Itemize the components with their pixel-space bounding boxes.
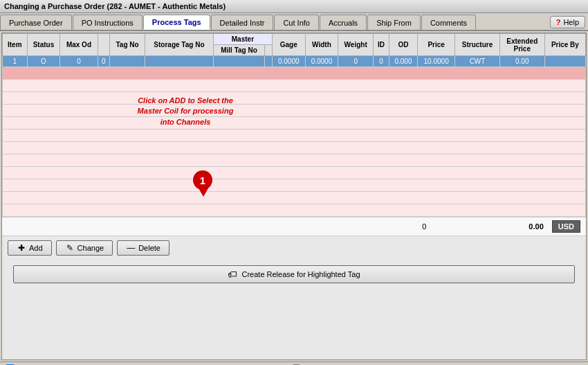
- tab-accruals[interactable]: Accruals: [320, 15, 367, 30]
- tab-detailed-instr[interactable]: Detailed Instr: [211, 15, 274, 30]
- help-button[interactable]: ? Help: [550, 16, 585, 28]
- tab-ship-from[interactable]: Ship From: [367, 15, 421, 30]
- delete-icon: —: [126, 243, 136, 253]
- col-blank2: [265, 45, 273, 56]
- col-id: ID: [374, 34, 389, 56]
- cell-item: 1: [3, 56, 28, 67]
- tab-comments[interactable]: Comments: [421, 15, 476, 30]
- col-status: Status: [27, 34, 60, 56]
- help-icon: ?: [556, 18, 561, 26]
- table-row: [3, 167, 586, 179]
- cell-structure: CWT: [455, 56, 499, 67]
- col-gage: Gage: [272, 34, 305, 56]
- table-row: [3, 154, 586, 167]
- tab-process-tags[interactable]: Process Tags: [143, 15, 210, 30]
- cell-ext-price: 0.00: [499, 56, 544, 67]
- col-weight: Weight: [338, 34, 374, 56]
- cell-tag-no: [110, 56, 145, 67]
- cell-width: 0.0000: [305, 56, 338, 67]
- table-row: [3, 130, 586, 142]
- col-price: Price: [417, 34, 454, 56]
- master-header: Master: [213, 34, 272, 45]
- cell-max-od: 0: [60, 56, 98, 67]
- table-row: [3, 105, 586, 117]
- cell-storage-tag-no: [145, 56, 213, 67]
- cell-id: 0: [374, 56, 389, 67]
- cell-price-by: [544, 56, 585, 67]
- cell-gage: 0.0000: [272, 56, 305, 67]
- cell-col4: 0: [98, 56, 110, 67]
- table-row[interactable]: 1 O 0 0 0.0000 0.0000 0 0 0.000 10.0000 …: [3, 56, 586, 67]
- table-row: [3, 117, 586, 130]
- tab-po-instructions[interactable]: PO Instructions: [73, 15, 143, 30]
- table-row: [3, 192, 586, 204]
- tab-bar: Purchase Order PO Instructions Process T…: [0, 13, 588, 31]
- pointer-arrow: [198, 187, 209, 197]
- col-structure: Structure: [455, 34, 499, 56]
- table-row: [3, 179, 586, 192]
- col-tag-no: Tag No: [110, 34, 145, 56]
- change-button[interactable]: ✎ Change: [56, 240, 113, 256]
- currency-button[interactable]: USD: [552, 220, 580, 233]
- col-item: Item: [3, 34, 28, 56]
- col-max-od: Max Od: [60, 34, 98, 56]
- table-footer: 0 0.00 USD: [2, 217, 586, 235]
- change-icon: ✎: [65, 243, 75, 253]
- tab-cut-info[interactable]: Cut Info: [274, 15, 319, 30]
- tags-table: Item Status Max Od Tag No Storage Tag No…: [2, 33, 586, 217]
- callout-annotation: Click on ADD to Select the Master Coil f…: [137, 96, 234, 127]
- table-section: Item Status Max Od Tag No Storage Tag No…: [2, 33, 586, 217]
- add-icon: ✚: [17, 243, 26, 253]
- footer-count: 0: [422, 222, 426, 231]
- col-storage-tag-no: Storage Tag No: [145, 34, 213, 56]
- create-release-button[interactable]: 🏷 Create Release for Highlighted Tag: [13, 265, 575, 283]
- cell-status: O: [27, 56, 60, 67]
- col-ext-price: ExtendedPrice: [499, 34, 544, 56]
- cell-od: 0.000: [389, 56, 417, 67]
- col-blank1: [98, 34, 110, 56]
- create-release-section: 🏷 Create Release for Highlighted Tag: [2, 260, 586, 289]
- action-buttons-bar: ✚ Add ✎ Change — Delete: [2, 235, 586, 260]
- status-bar: Default Report Show Chemistries: [0, 362, 588, 365]
- table-row: [3, 80, 586, 92]
- empty-space: [2, 289, 586, 359]
- callout-text: Click on ADD to Select the Master Coil f…: [137, 96, 234, 127]
- cell-col8: [265, 56, 273, 67]
- footer-total: 0.00: [529, 222, 543, 231]
- cell-mill-tag-no: [213, 56, 264, 67]
- release-icon: 🏷: [228, 269, 237, 280]
- add-button[interactable]: ✚ Add: [8, 240, 52, 256]
- col-od: OD: [389, 34, 417, 56]
- table-row: [3, 142, 586, 154]
- window-title: Changing a Purchase Order (282 - AUMET -…: [4, 2, 226, 10]
- title-bar: Changing a Purchase Order (282 - AUMET -…: [0, 0, 588, 13]
- col-mill-tag-no: Mill Tag No: [213, 45, 264, 56]
- table-row: [3, 92, 586, 105]
- tab-purchase-order[interactable]: Purchase Order: [0, 15, 72, 30]
- cell-weight: 0: [338, 56, 374, 67]
- table-row: [3, 204, 586, 217]
- col-price-by: Price By: [544, 34, 585, 56]
- delete-button[interactable]: — Delete: [117, 240, 169, 256]
- main-panel: Item Status Max Od Tag No Storage Tag No…: [1, 33, 587, 360]
- cell-price: 10.0000: [417, 56, 454, 67]
- col-width: Width: [305, 34, 338, 56]
- table-row: [3, 67, 586, 80]
